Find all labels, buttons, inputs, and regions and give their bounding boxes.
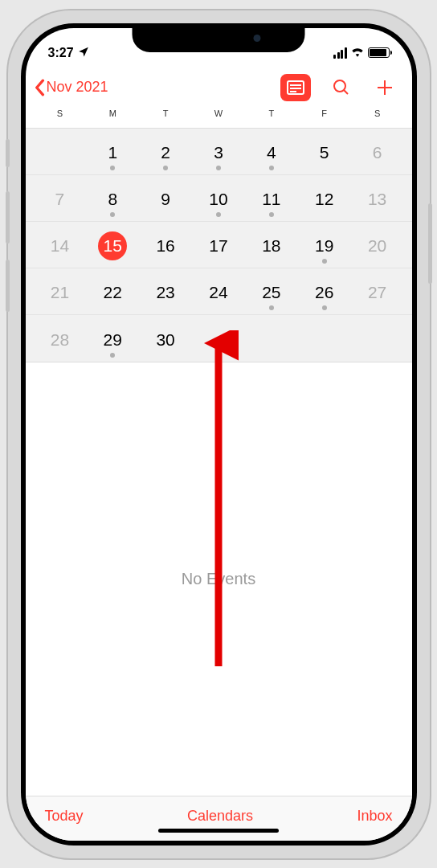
status-time: 3:27 <box>48 46 74 60</box>
event-dot-icon <box>163 166 168 170</box>
day-number: 12 <box>310 185 339 214</box>
list-view-button[interactable] <box>280 74 311 101</box>
event-dot-icon <box>110 212 115 217</box>
day-number: 8 <box>98 185 127 214</box>
calendar-day <box>298 315 351 362</box>
wifi-icon <box>350 46 365 60</box>
back-button[interactable]: Nov 2021 <box>34 79 108 96</box>
events-panel[interactable]: No Events <box>26 362 412 796</box>
calendar-day[interactable]: 1 <box>86 129 139 174</box>
day-number: 22 <box>98 278 127 307</box>
weekday-label: M <box>86 108 139 128</box>
event-dot-icon <box>216 166 221 170</box>
day-number: 26 <box>310 278 339 307</box>
calendar-day[interactable]: 15 <box>86 222 139 268</box>
calendar-day[interactable]: 24 <box>192 268 245 314</box>
device-notch <box>133 23 305 52</box>
day-number: 19 <box>310 231 339 260</box>
calendar-day[interactable]: 23 <box>139 268 192 314</box>
event-dot-icon <box>322 259 327 264</box>
home-indicator[interactable] <box>158 829 279 833</box>
calendar-day[interactable]: 13 <box>351 175 404 221</box>
bottom-toolbar: Today Calendars Inbox <box>26 796 412 841</box>
event-dot-icon <box>322 305 327 310</box>
day-number: 4 <box>257 138 286 167</box>
weekday-label: T <box>245 108 298 128</box>
calendar-day[interactable]: 2 <box>139 129 192 174</box>
add-button[interactable] <box>372 75 398 100</box>
calendar-day <box>351 315 404 362</box>
calendar-day[interactable]: 20 <box>351 222 404 268</box>
calendar-day[interactable]: 16 <box>139 222 192 268</box>
calendar-day[interactable]: 22 <box>86 268 139 314</box>
day-number: 10 <box>204 185 233 214</box>
day-number: 27 <box>363 278 392 307</box>
weekday-label: S <box>34 108 87 128</box>
weekday-label: S <box>351 108 404 128</box>
day-number: 9 <box>151 185 180 214</box>
day-number: 25 <box>257 278 286 307</box>
day-number: 11 <box>257 185 286 214</box>
day-number: 1 <box>98 138 127 167</box>
calendar-day[interactable]: 14 <box>34 222 87 268</box>
event-dot-icon <box>216 212 221 217</box>
day-number: 17 <box>204 231 233 260</box>
swipe-up-arrow-annotation <box>198 330 239 668</box>
calendar-day <box>192 315 245 362</box>
day-number: 28 <box>45 326 74 354</box>
day-number: 16 <box>151 231 180 260</box>
calendar-day <box>245 315 298 362</box>
event-dot-icon <box>110 166 115 170</box>
location-arrow-icon <box>78 46 89 59</box>
calendar-day[interactable]: 11 <box>245 175 298 221</box>
weekday-label: F <box>298 108 351 128</box>
day-number: 21 <box>45 278 74 307</box>
calendar-day[interactable]: 8 <box>86 175 139 221</box>
event-dot-icon <box>110 353 115 358</box>
day-number: 18 <box>257 231 286 260</box>
calendar-day[interactable]: 3 <box>192 129 245 174</box>
day-number: 15 <box>98 231 127 260</box>
no-events-label: No Events <box>182 570 255 588</box>
day-number: 3 <box>204 138 233 167</box>
calendars-button[interactable]: Calendars <box>187 808 253 825</box>
calendar-grid: 1234567891011121314151617181920212223242… <box>26 128 412 362</box>
calendar-day[interactable]: 7 <box>34 175 87 221</box>
day-number: 24 <box>204 278 233 307</box>
svg-point-4 <box>334 80 345 92</box>
day-number: 29 <box>98 326 127 354</box>
event-dot-icon <box>269 166 274 170</box>
calendar-day[interactable]: 19 <box>298 222 351 268</box>
calendar-day[interactable]: 27 <box>351 268 404 314</box>
day-number: 2 <box>151 138 180 167</box>
day-number: 30 <box>151 326 180 354</box>
calendar-day[interactable]: 4 <box>245 129 298 174</box>
event-dot-icon <box>269 305 274 310</box>
calendar-day[interactable]: 6 <box>351 129 404 174</box>
calendar-day[interactable]: 5 <box>298 129 351 174</box>
calendar-day[interactable]: 17 <box>192 222 245 268</box>
cellular-signal-icon <box>333 47 347 59</box>
day-number: 5 <box>310 138 339 167</box>
back-label: Nov 2021 <box>47 79 108 96</box>
calendar-day[interactable]: 10 <box>192 175 245 221</box>
inbox-button[interactable]: Inbox <box>357 808 392 825</box>
day-number: 20 <box>363 231 392 260</box>
nav-header: Nov 2021 <box>26 67 412 108</box>
calendar-day[interactable]: 26 <box>298 268 351 314</box>
day-number: 7 <box>45 185 74 214</box>
day-number: 13 <box>363 185 392 214</box>
calendar-day[interactable]: 30 <box>139 315 192 362</box>
calendar-day[interactable]: 21 <box>34 268 87 314</box>
today-button[interactable]: Today <box>45 808 84 825</box>
weekday-label: W <box>192 108 245 128</box>
calendar-day[interactable]: 12 <box>298 175 351 221</box>
calendar-day[interactable]: 18 <box>245 222 298 268</box>
calendar-day[interactable]: 29 <box>86 315 139 362</box>
battery-icon <box>368 47 390 58</box>
svg-line-5 <box>344 90 348 94</box>
search-button[interactable] <box>329 75 354 100</box>
calendar-day[interactable]: 25 <box>245 268 298 314</box>
calendar-day[interactable]: 28 <box>34 315 87 362</box>
calendar-day[interactable]: 9 <box>139 175 192 221</box>
